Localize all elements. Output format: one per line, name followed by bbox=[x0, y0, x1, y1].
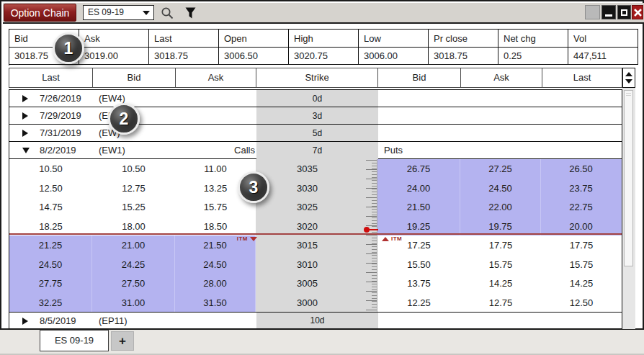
quote-strip: Bid Ask Last Open High Low Pr close Net … bbox=[9, 29, 638, 66]
minimize-icon bbox=[605, 14, 612, 17]
minimize-button[interactable] bbox=[601, 5, 616, 19]
scroll-down-icon[interactable] bbox=[625, 79, 632, 84]
call-bid-cell[interactable]: 24.25 bbox=[92, 255, 175, 274]
chevron-down-icon bbox=[143, 11, 150, 15]
expiry-row-7-26[interactable]: 7/26/2019 (EW4) 0d bbox=[9, 90, 622, 107]
put-bid-cell[interactable]: 26.75 bbox=[377, 159, 460, 179]
call-bid-cell[interactable]: 31.00 bbox=[92, 293, 175, 313]
call-ask-cell[interactable]: 24.50 bbox=[175, 255, 256, 274]
put-last-cell[interactable]: 26.50 bbox=[541, 159, 622, 179]
call-last-cell[interactable]: 24.50 bbox=[9, 255, 92, 274]
days-to-expiry: 0d bbox=[256, 90, 378, 107]
option-grid: 10.50 10.50 11.00 3035 26.75 27.25 26.50… bbox=[9, 159, 622, 312]
filter-icon[interactable] bbox=[184, 6, 197, 22]
expiry-code: (EW1) bbox=[99, 145, 125, 156]
option-chain-window: Option Chain ES 09-19 Bid Ask Last Open bbox=[0, 0, 644, 355]
vertical-scrollbar[interactable] bbox=[622, 88, 635, 329]
annotation-badge-3: 3 bbox=[238, 171, 269, 203]
quote-header-netchg: Net chg bbox=[498, 30, 568, 48]
put-ask-cell[interactable]: 24.50 bbox=[460, 179, 541, 198]
call-last-cell[interactable]: 12.50 bbox=[9, 179, 92, 198]
put-ask-cell[interactable]: 27.25 bbox=[460, 159, 541, 179]
put-bid-cell[interactable]: 24.00 bbox=[377, 179, 460, 198]
blank-button[interactable] bbox=[585, 5, 600, 19]
scrollbar-thumb[interactable] bbox=[624, 90, 633, 266]
quote-header-low: Low bbox=[359, 30, 429, 48]
expiry-row-7-31[interactable]: 7/31/2019 (EW) 5d bbox=[9, 125, 622, 142]
itm-triangle-icon bbox=[250, 237, 257, 241]
call-ask-cell[interactable]: 15.75 bbox=[175, 197, 256, 217]
col-header-call-last: Last bbox=[9, 68, 93, 88]
call-bid-cell[interactable]: 21.00 bbox=[92, 235, 175, 255]
expiry-date: 7/31/2019 bbox=[40, 127, 99, 138]
strike-ruler bbox=[360, 159, 377, 312]
itm-triangle-icon bbox=[382, 237, 389, 241]
call-last-cell[interactable]: 14.75 bbox=[9, 197, 92, 217]
strike-cell: 3010 bbox=[256, 255, 377, 274]
expiry-row-7-29[interactable]: 7/29/2019 (EP15) 3d bbox=[9, 107, 622, 125]
put-last-cell[interactable]: 14.25 bbox=[541, 274, 622, 293]
strike-cell: 3025 bbox=[256, 197, 377, 217]
instrument-dropdown[interactable]: ES 09-19 bbox=[83, 5, 154, 20]
put-bid-cell[interactable]: 21.50 bbox=[377, 197, 460, 217]
expand-arrow-icon bbox=[22, 112, 28, 120]
add-tab-button[interactable]: + bbox=[111, 331, 134, 351]
days-to-expiry: 3d bbox=[256, 107, 378, 124]
expiry-date: 8/5/2019 bbox=[40, 315, 99, 326]
expiry-row-8-5[interactable]: 8/5/2019 (EP11) 10d bbox=[9, 312, 622, 328]
puts-itm-marker: ITM bbox=[382, 235, 402, 242]
put-ask-cell[interactable]: 12.75 bbox=[460, 293, 541, 313]
close-button[interactable] bbox=[632, 5, 643, 19]
put-ask-cell[interactable]: 14.25 bbox=[460, 274, 541, 293]
annotation-badge-2: 2 bbox=[108, 103, 140, 135]
strike-cell: 3030 bbox=[256, 179, 377, 198]
annotation-badge-1: 1 bbox=[53, 32, 84, 64]
quote-value-last: 3018.75 bbox=[149, 48, 219, 65]
put-bid-cell[interactable]: 15.50 bbox=[377, 255, 460, 274]
search-icon[interactable] bbox=[161, 6, 174, 22]
call-last-cell[interactable]: 21.25 bbox=[9, 235, 92, 255]
quote-value-ask: 3019.00 bbox=[79, 48, 149, 65]
put-last-cell[interactable]: 17.75 bbox=[541, 235, 622, 255]
calls-label: Calls bbox=[187, 142, 255, 158]
put-bid-cell[interactable]: 13.75 bbox=[377, 274, 460, 293]
strike-cell: 3035 bbox=[256, 159, 377, 179]
quote-value-prclose: 3018.75 bbox=[429, 48, 498, 65]
days-to-expiry: 7d bbox=[256, 142, 378, 159]
quote-header-ask: Ask bbox=[79, 30, 149, 48]
put-ask-cell[interactable]: 22.00 bbox=[460, 197, 541, 217]
maximize-button[interactable] bbox=[617, 5, 631, 19]
scroll-arrow-box[interactable] bbox=[622, 68, 635, 88]
put-last-cell[interactable]: 12.50 bbox=[541, 293, 622, 313]
quote-value-high: 3020.75 bbox=[289, 48, 359, 65]
expand-arrow-icon bbox=[22, 95, 28, 102]
call-bid-cell[interactable]: 12.75 bbox=[92, 179, 175, 198]
quote-value-open: 3006.50 bbox=[219, 48, 289, 65]
call-bid-cell[interactable]: 15.25 bbox=[92, 197, 175, 217]
main-panel: Option Chain ES 09-19 Bid Ask Last Open bbox=[0, 0, 644, 330]
call-last-cell[interactable]: 27.75 bbox=[9, 274, 92, 293]
call-last-cell[interactable]: 32.25 bbox=[9, 293, 92, 313]
itm-label: ITM bbox=[391, 235, 402, 242]
call-bid-cell[interactable]: 10.50 bbox=[92, 159, 175, 179]
titlebar: Option Chain ES 09-19 bbox=[3, 3, 644, 24]
call-ask-cell[interactable]: 28.00 bbox=[175, 274, 256, 293]
put-last-cell[interactable]: 22.75 bbox=[541, 197, 622, 217]
ruler-major-ticks bbox=[366, 160, 377, 312]
put-bid-cell[interactable]: 12.25 bbox=[377, 293, 460, 313]
put-last-cell[interactable]: 23.75 bbox=[541, 179, 622, 198]
put-ask-cell[interactable]: 15.75 bbox=[460, 255, 541, 274]
call-bid-cell[interactable]: 27.50 bbox=[92, 274, 175, 293]
window-title: Option Chain bbox=[4, 4, 76, 22]
put-last-cell[interactable]: 15.75 bbox=[541, 255, 622, 274]
scroll-up-icon[interactable] bbox=[625, 72, 632, 76]
call-ask-cell[interactable]: 31.50 bbox=[175, 293, 256, 313]
col-header-call-bid: Bid bbox=[92, 68, 176, 88]
put-ask-cell[interactable]: 17.75 bbox=[460, 235, 541, 255]
expiry-row-8-2[interactable]: 8/2/2019 (EW1) Calls 7d Puts bbox=[9, 142, 622, 159]
col-header-call-ask: Ask bbox=[175, 68, 256, 88]
chain-body: 7/26/2019 (EW4) 0d 7/29/2019 (EP15) 3d 7… bbox=[9, 89, 622, 329]
call-last-cell[interactable]: 10.50 bbox=[9, 159, 92, 179]
quote-header-last: Last bbox=[149, 30, 219, 48]
tab-es-09-19[interactable]: ES 09-19 bbox=[40, 330, 109, 351]
